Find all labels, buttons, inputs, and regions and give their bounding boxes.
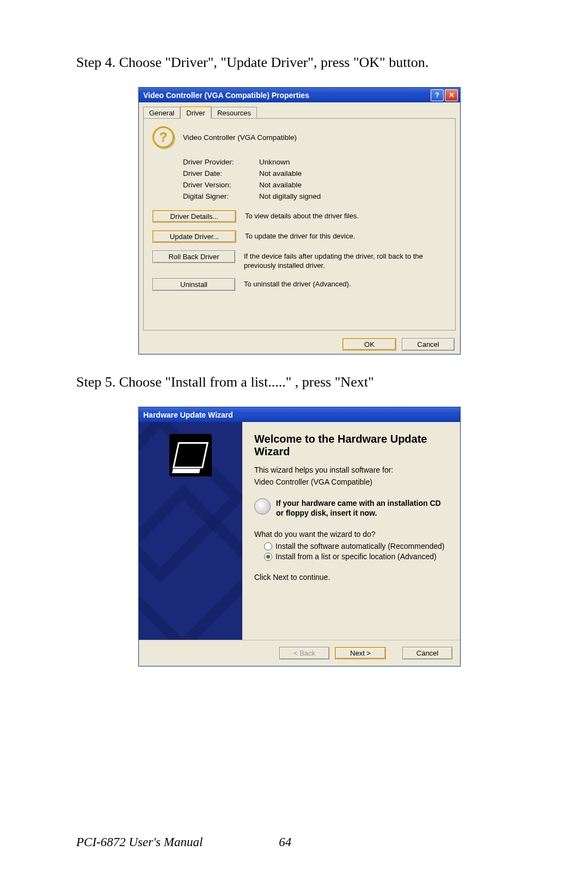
page-footer: PCI-6872 User's Manual 64	[76, 835, 512, 849]
version-value: Not available	[259, 181, 302, 189]
roll-back-desc: If the device fails after updating the d…	[244, 250, 446, 271]
driver-details-button[interactable]: Driver Details...	[152, 210, 236, 223]
tab-general[interactable]: General	[143, 107, 180, 119]
date-label: Driver Date:	[183, 169, 259, 178]
next-button[interactable]: Next >	[335, 647, 386, 659]
help-button[interactable]: ?	[431, 89, 444, 101]
cancel-button[interactable]: Cancel	[402, 338, 455, 351]
step5-text: Step 5. Choose "Install from a list.....…	[76, 374, 523, 390]
radio-icon	[264, 553, 272, 561]
provider-value: Unknown	[259, 158, 290, 166]
signer-label: Digital Signer:	[183, 192, 259, 200]
properties-dialog: Video Controller (VGA Compatible) Proper…	[138, 87, 461, 354]
wizard-heading: Welcome to the Hardware Update Wizard	[254, 433, 448, 458]
manual-title: PCI-6872 User's Manual	[76, 835, 203, 849]
date-value: Not available	[259, 169, 302, 178]
wizard-title-text: Hardware Update Wizard	[143, 411, 458, 419]
radio-label-auto: Install the software automatically (Reco…	[275, 542, 444, 550]
close-button[interactable]: ✕	[445, 89, 458, 101]
wizard-intro: This wizard helps you install software f…	[254, 466, 448, 474]
driver-info-table: Driver Provider:Unknown Driver Date:Not …	[183, 158, 446, 200]
roll-back-button[interactable]: Roll Back Driver	[152, 250, 235, 263]
wizard-cancel-button[interactable]: Cancel	[402, 647, 452, 659]
wizard-question: What do you want the wizard to do?	[254, 530, 448, 539]
wizard-dialog: Hardware Update Wizard Welcome to the Ha…	[138, 407, 461, 666]
uninstall-desc: To uninstall the driver (Advanced).	[244, 278, 446, 289]
tab-resources[interactable]: Resources	[211, 107, 257, 119]
tab-body: ? Video Controller (VGA Compatible) Driv…	[143, 118, 456, 331]
update-driver-desc: To update the driver for this device.	[245, 230, 446, 241]
tab-driver[interactable]: Driver	[180, 106, 211, 119]
titlebar: Video Controller (VGA Compatible) Proper…	[139, 88, 460, 102]
radio-option-list[interactable]: Install from a list or specific location…	[264, 552, 448, 561]
uninstall-button[interactable]: Uninstall	[152, 278, 235, 291]
wizard-titlebar: Hardware Update Wizard	[139, 407, 460, 422]
click-next-text: Click Next to continue.	[254, 573, 448, 582]
radio-icon	[264, 542, 272, 550]
titlebar-title: Video Controller (VGA Compatible) Proper…	[143, 91, 430, 100]
tab-strip: General Driver Resources	[139, 102, 460, 118]
ok-button[interactable]: OK	[342, 338, 396, 351]
wizard-sidebar-graphic	[139, 422, 242, 640]
wizard-device-icon	[169, 434, 212, 476]
cd-note: If your hardware came with an installati…	[276, 498, 448, 518]
question-icon: ?	[152, 126, 174, 148]
signer-value: Not digitally signed	[259, 192, 321, 200]
cd-icon	[254, 498, 271, 515]
radio-label-list: Install from a list or specific location…	[275, 552, 437, 561]
version-label: Driver Version:	[183, 181, 259, 189]
provider-label: Driver Provider:	[183, 158, 259, 166]
wizard-device-name: Video Controller (VGA Compatible)	[254, 478, 448, 486]
page-number: 64	[279, 835, 291, 849]
step4-text: Step 4. Choose "Driver", "Update Driver"…	[76, 54, 523, 71]
radio-option-auto[interactable]: Install the software automatically (Reco…	[264, 542, 448, 550]
device-name: Video Controller (VGA Compatible)	[183, 133, 297, 142]
update-driver-button[interactable]: Update Driver...	[152, 230, 236, 243]
driver-details-desc: To view details about the driver files.	[245, 210, 446, 221]
back-button: < Back	[279, 647, 329, 659]
